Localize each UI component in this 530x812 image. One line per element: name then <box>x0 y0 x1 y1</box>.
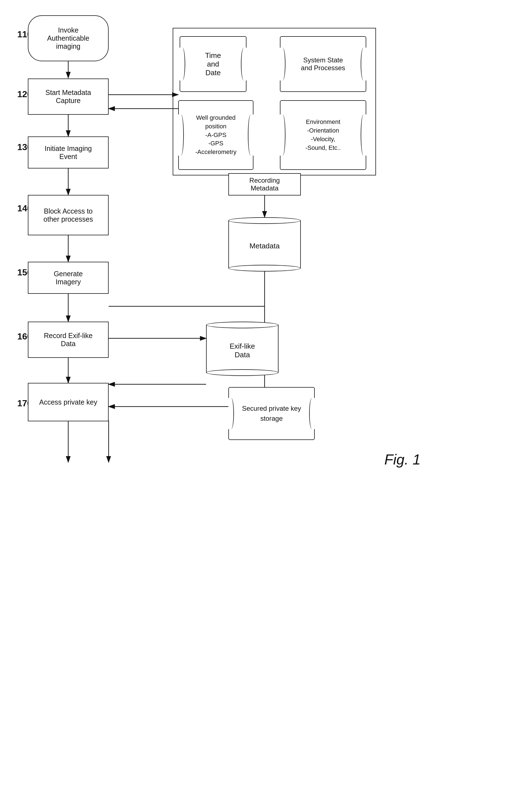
generate-imagery-box: Generate Imagery <box>28 262 109 294</box>
access-private-box: Access private key <box>28 383 109 421</box>
secured-key-label: Secured private key storage <box>237 404 307 423</box>
environment-scroll: Environment -Orientation -Velocity, -Sou… <box>280 100 366 170</box>
exif-cylinder: Exif-like Data <box>206 322 278 376</box>
block-access-box: Block Access to other processes <box>28 195 109 235</box>
cyl-body-exif: Exif-like Data <box>206 325 278 373</box>
exif-cyl-label: Exif-like Data <box>229 342 255 359</box>
diagram: 110 Invoke Authenticable imaging 120 Sta… <box>0 0 530 812</box>
start-metadata-label: Start Metadata Capture <box>45 89 91 105</box>
secured-key-scroll: Secured private key storage <box>228 387 315 440</box>
invoke-label: Invoke Authenticable imaging <box>47 26 89 50</box>
cyl-top-metadata <box>228 217 301 224</box>
well-grounded-label: Well grounded position -A-GPS -GPS -Acce… <box>190 114 242 157</box>
system-state-scroll: System State and Processes <box>280 36 366 92</box>
metadata-cylinder: Metadata <box>228 217 301 272</box>
cyl-bottom-metadata <box>228 265 301 272</box>
cyl-bottom-exif <box>206 369 278 376</box>
access-private-label: Access private key <box>39 398 97 406</box>
initiate-imaging-box: Initiate Imaging Event <box>28 136 109 169</box>
record-exif-box: Record Exif-like Data <box>28 322 109 358</box>
well-grounded-scroll: Well grounded position -A-GPS -GPS -Acce… <box>178 100 254 170</box>
record-exif-label: Record Exif-like Data <box>44 332 92 348</box>
environment-label: Environment -Orientation -Velocity, -Sou… <box>300 118 346 152</box>
metadata-cyl-label: Metadata <box>249 242 280 250</box>
fig-label: Fig. 1 <box>384 451 420 468</box>
recording-metadata-box: Recording Metadata <box>228 173 301 195</box>
block-access-label: Block Access to other processes <box>43 207 93 223</box>
start-metadata-box: Start Metadata Capture <box>28 78 109 115</box>
system-state-label: System State and Processes <box>296 56 351 72</box>
cyl-body-metadata: Metadata <box>228 220 301 268</box>
generate-imagery-label: Generate Imagery <box>54 270 83 286</box>
time-date-scroll: Time and Date <box>180 36 246 92</box>
invoke-oval: Invoke Authenticable imaging <box>28 15 109 61</box>
cyl-top-exif <box>206 322 278 328</box>
time-date-label: Time and Date <box>200 51 226 77</box>
recording-metadata-label: Recording Metadata <box>249 176 280 192</box>
initiate-imaging-label: Initiate Imaging Event <box>45 145 92 161</box>
